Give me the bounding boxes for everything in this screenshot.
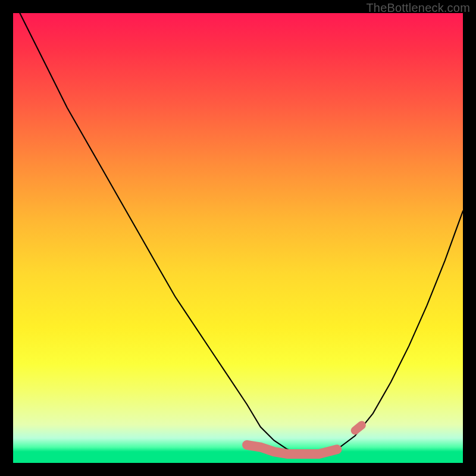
- bottleneck-chart: [13, 13, 463, 463]
- highlight-segment-0: [247, 445, 337, 454]
- chart-gradient-area: [13, 13, 463, 463]
- watermark-text: TheBottleneck.com: [366, 1, 470, 15]
- highlight-segment-1: [355, 425, 362, 431]
- bottleneck-curve-line: [13, 13, 463, 454]
